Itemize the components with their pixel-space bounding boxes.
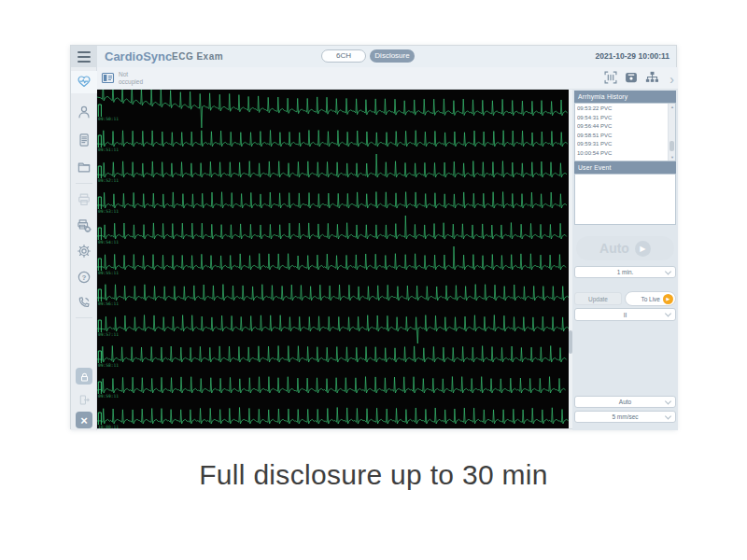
arrhythmia-event[interactable]: 10:00:54 PVC xyxy=(577,149,667,159)
cardiosync-app-window: CardioSync ECG Exam 6CH Disclosure 2021-… xyxy=(70,45,677,429)
page-title: ECG Exam xyxy=(172,51,223,62)
chevron-down-icon xyxy=(665,268,671,274)
svg-text:09:51:11: 09:51:11 xyxy=(98,147,119,152)
bed-icon xyxy=(101,71,115,89)
close-button[interactable]: × xyxy=(76,412,92,428)
patient-status-bar: Not occupied xyxy=(97,67,678,90)
bed-status-label: Not occupied xyxy=(119,71,143,86)
brand-logo: CardioSync xyxy=(105,49,172,63)
update-button[interactable]: Update xyxy=(574,292,622,305)
patient-icon xyxy=(77,105,92,119)
chevron-down-icon xyxy=(665,398,671,404)
sidebar-item-patient[interactable] xyxy=(71,101,97,123)
scroll-up-icon[interactable]: ▲ xyxy=(669,105,676,109)
sidebar-item-report[interactable] xyxy=(71,129,97,151)
list-scrollbar[interactable]: ▲ ▼ xyxy=(668,104,675,161)
lead-select-dropdown[interactable]: II xyxy=(574,308,676,321)
sidebar-divider xyxy=(76,183,92,184)
network-icon[interactable] xyxy=(645,71,658,88)
sidebar-item-help[interactable]: ? xyxy=(71,266,97,288)
list-scrollbar-thumb[interactable] xyxy=(669,141,674,151)
datetime-display: 2021-10-29 10:00:11 xyxy=(596,51,669,61)
svg-text:09:52:11: 09:52:11 xyxy=(98,178,119,183)
user-event-header: User Event xyxy=(574,161,676,174)
folder-icon xyxy=(77,160,92,175)
lock-icon xyxy=(78,371,91,383)
svg-text:09:58:11: 09:58:11 xyxy=(98,363,119,368)
sidebar-item-print-settings[interactable] xyxy=(71,215,97,237)
help-icon: ? xyxy=(77,270,92,285)
svg-text:09:57:11: 09:57:11 xyxy=(98,332,119,337)
arrhythmia-history-header: Arrhymia History xyxy=(574,91,676,103)
chevron-down-icon xyxy=(665,413,671,419)
user-event-list[interactable] xyxy=(574,174,676,225)
heart-pulse-icon xyxy=(77,75,92,90)
ecg-disclosure-view[interactable]: 09:50:1109:51:1109:52:1109:53:1109:54:11… xyxy=(97,90,569,428)
gain-dropdown[interactable]: Auto xyxy=(574,396,676,408)
phone-icon xyxy=(77,295,92,310)
interval-dropdown[interactable]: 1 min. xyxy=(574,266,676,278)
channel-mode-button[interactable]: 6CH xyxy=(321,49,366,63)
menu-icon[interactable] xyxy=(71,46,97,67)
logout-button[interactable] xyxy=(76,391,92,408)
storage-icon[interactable] xyxy=(625,71,638,88)
title-bar: CardioSync ECG Exam 6CH Disclosure 2021-… xyxy=(71,46,676,68)
svg-text:09:56:11: 09:56:11 xyxy=(98,301,119,306)
auto-play-button[interactable]: Auto ▶ xyxy=(576,236,674,260)
sidebar: ? × xyxy=(71,67,97,430)
chevron-down-icon xyxy=(665,310,671,316)
sidebar-item-folder[interactable] xyxy=(71,156,97,178)
arrhythmia-event[interactable]: 09:56:44 PVC xyxy=(577,122,667,132)
sidebar-item-settings[interactable] xyxy=(71,240,97,262)
printer-icon xyxy=(77,192,92,207)
logout-icon xyxy=(78,394,91,406)
gear-icon xyxy=(77,244,92,259)
lock-button[interactable] xyxy=(76,368,92,385)
speed-dropdown[interactable]: 5 mm/sec xyxy=(574,411,676,423)
svg-text:09:50:11: 09:50:11 xyxy=(98,117,119,121)
close-icon: × xyxy=(80,414,88,427)
svg-text:09:53:11: 09:53:11 xyxy=(98,209,119,214)
svg-text:10:00:11: 10:00:11 xyxy=(98,425,119,429)
toolbar-icons: › xyxy=(604,71,674,88)
screenshot-canvas: CardioSync ECG Exam 6CH Disclosure 2021-… xyxy=(0,0,747,560)
svg-text:09:54:11: 09:54:11 xyxy=(98,240,119,245)
sidebar-item-print[interactable] xyxy=(71,189,97,211)
arrhythmia-event[interactable]: 09:59:31 PVC xyxy=(577,140,667,149)
arrhythmia-event[interactable]: 09:58:51 PVC xyxy=(577,132,667,141)
arrhythmia-event[interactable]: 09:54:31 PVC xyxy=(577,114,667,123)
expand-chevron-icon[interactable]: › xyxy=(669,73,674,86)
sidebar-item-contact[interactable] xyxy=(71,291,97,314)
svg-text:09:55:11: 09:55:11 xyxy=(98,271,119,275)
play-icon: ▶ xyxy=(635,241,651,257)
scroll-down-icon[interactable]: ▼ xyxy=(669,155,676,160)
report-icon xyxy=(77,133,92,147)
right-panel: Arrhymia History 09:53:22 PVC 09:54:31 P… xyxy=(572,90,678,430)
svg-text:?: ? xyxy=(82,273,87,282)
arrhythmia-event-list[interactable]: 09:53:22 PVC 09:54:31 PVC 09:56:44 PVC 0… xyxy=(574,103,676,161)
svg-text:09:59:11: 09:59:11 xyxy=(98,394,119,399)
sidebar-divider xyxy=(76,317,92,318)
play-icon: ▶ xyxy=(663,294,673,304)
figure-caption: Full disclosure up to 30 min xyxy=(0,459,747,491)
to-live-button[interactable]: To Live ▶ xyxy=(625,291,676,306)
disclosure-mode-button[interactable]: Disclosure xyxy=(370,49,415,63)
barcode-scan-icon[interactable] xyxy=(604,71,617,88)
printer-gear-icon xyxy=(77,218,92,233)
arrhythmia-event[interactable]: 09:53:22 PVC xyxy=(577,105,667,114)
sidebar-item-ecg-monitor[interactable] xyxy=(71,71,97,93)
